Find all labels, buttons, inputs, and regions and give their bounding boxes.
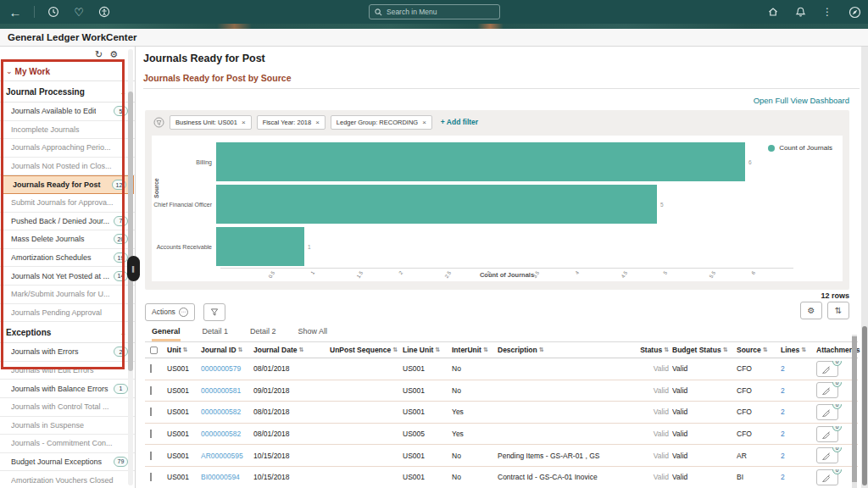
bar[interactable] <box>216 185 657 224</box>
journal-id-link[interactable]: BI00000594 <box>201 473 240 481</box>
lines-link[interactable]: 2 <box>781 386 785 395</box>
attachments-button[interactable]: 0 <box>816 447 838 463</box>
table-scrollbar[interactable] <box>852 335 857 488</box>
bar[interactable] <box>216 227 304 266</box>
column-header-source[interactable]: Source⇅ <box>737 346 781 354</box>
sidebar-item[interactable]: Journals with Balance Errors1 <box>0 380 135 398</box>
back-icon[interactable]: ← <box>8 5 22 19</box>
lines-link[interactable]: 2 <box>781 430 785 438</box>
tab-detail-2[interactable]: Detail 2 <box>250 327 276 341</box>
grid-settings-button[interactable]: ⚙ <box>800 302 822 319</box>
tab-show-all[interactable]: Show All <box>298 327 328 341</box>
sidebar-item[interactable]: Journals with Control Total ... <box>0 398 135 417</box>
column-header-unpost-sequence[interactable]: UnPost Sequence⇅ <box>330 346 403 354</box>
filter-chip[interactable]: Fiscal Year: 2018× <box>257 115 326 130</box>
tab-detail-1[interactable]: Detail 1 <box>203 327 229 341</box>
journal-id-link[interactable]: AR00000595 <box>201 452 243 460</box>
sort-icon[interactable]: ⇅ <box>763 347 768 353</box>
select-all-checkbox[interactable] <box>150 347 158 354</box>
sidebar-scrollbar-thumb[interactable] <box>128 92 133 371</box>
recents-clock-icon[interactable] <box>47 5 60 19</box>
sort-icon[interactable]: ⇅ <box>483 347 488 353</box>
lines-link[interactable]: 2 <box>781 408 785 416</box>
sidebar-item[interactable]: Mass Delete Journals20 <box>0 230 135 249</box>
sort-icon[interactable]: ⇅ <box>238 347 243 353</box>
sidebar-item[interactable]: Journals Available to Edit5 <box>0 103 135 121</box>
row-checkbox[interactable] <box>150 408 152 416</box>
attachments-button[interactable]: 0 <box>816 426 838 442</box>
remove-filter-icon[interactable]: × <box>242 119 246 126</box>
attachments-button[interactable]: 0 <box>816 469 838 485</box>
filter-chip[interactable]: Ledger Group: RECORDING× <box>331 115 432 130</box>
lines-link[interactable]: 2 <box>781 364 785 373</box>
journal-id-link[interactable]: 0000000582 <box>201 430 241 438</box>
column-header-budget-status[interactable]: Budget Status⇅ <box>672 346 737 354</box>
remove-filter-icon[interactable]: × <box>315 119 320 126</box>
sidebar-item[interactable]: Budget Journal Exceptions79 <box>0 453 135 472</box>
sidebar-item[interactable]: Journals Pending Approval <box>0 304 135 323</box>
sidebar-item[interactable]: Journals with Errors2 <box>0 343 135 362</box>
actions-button[interactable]: Actions ⋯ <box>145 303 195 321</box>
page-scrollbar[interactable] <box>861 47 868 488</box>
attachments-button[interactable]: 0 <box>816 404 838 420</box>
sidebar-item[interactable]: Journals Approaching Perio... <box>0 139 135 158</box>
grid-filter-button[interactable] <box>203 303 225 321</box>
sidebar-item[interactable]: Journals Ready for Post12 <box>1 175 134 194</box>
sidebar-item[interactable]: Pushed Back / Denied Jour...7 <box>0 213 135 231</box>
accessibility-icon[interactable] <box>97 5 111 19</box>
column-header-description[interactable]: Description⇅ <box>498 346 633 354</box>
row-checkbox[interactable] <box>150 430 152 438</box>
sort-icon[interactable]: ⇅ <box>801 347 806 353</box>
navbar-compass-icon[interactable] <box>848 5 861 19</box>
lines-link[interactable]: 2 <box>781 473 785 481</box>
sidebar-section-header[interactable]: Exceptions⌄ <box>0 322 135 343</box>
search-input[interactable]: Search in Menu <box>369 4 500 19</box>
sidebar-item[interactable]: Journals - Commitment Con... <box>0 435 135 453</box>
add-filter-button[interactable]: + Add filter <box>441 118 478 126</box>
sidebar-item[interactable]: Amortization Schedules19 <box>0 249 135 268</box>
sort-icon[interactable]: ⇅ <box>183 347 188 353</box>
gear-icon[interactable]: ⚙ <box>109 50 118 59</box>
journal-id-link[interactable]: 0000000581 <box>201 386 241 395</box>
row-checkbox[interactable] <box>150 473 152 481</box>
row-checkbox[interactable] <box>150 364 152 373</box>
remove-filter-icon[interactable]: × <box>422 119 426 126</box>
sidebar-item[interactable]: Journals Not Posted in Clos... <box>0 158 135 176</box>
column-header-journal-id[interactable]: Journal ID⇅ <box>201 346 253 354</box>
tab-general[interactable]: General <box>152 327 181 341</box>
sidebar-item[interactable]: Incomplete Journals <box>0 121 135 140</box>
sort-icon[interactable]: ⇅ <box>392 347 398 353</box>
column-header-status[interactable]: Status⇅ <box>633 346 672 354</box>
attachments-button[interactable]: 0 <box>816 361 838 377</box>
column-header-interunit[interactable]: InterUnit⇅ <box>452 346 498 354</box>
home-icon[interactable] <box>766 5 780 19</box>
row-checkbox[interactable] <box>150 452 152 460</box>
filter-funnel-icon[interactable] <box>153 117 164 128</box>
favorites-heart-icon[interactable]: ♡ <box>72 5 86 19</box>
column-header-lines[interactable]: Lines⇅ <box>781 346 816 354</box>
sidebar-item[interactable]: Journals in Suspense <box>0 417 135 435</box>
column-header-unit[interactable]: Unit⇅ <box>167 346 201 354</box>
sidebar-item[interactable]: Journals Not Yet Posted at ...14 <box>0 267 135 286</box>
bar[interactable] <box>216 142 745 181</box>
sort-icon[interactable]: ⇅ <box>664 347 669 353</box>
sidebar-item[interactable]: Submit Journals for Approva... <box>0 194 135 213</box>
notifications-bell-icon[interactable] <box>793 5 807 19</box>
refresh-icon[interactable]: ↻ <box>95 50 103 59</box>
sort-icon[interactable]: ⇅ <box>723 347 728 353</box>
sidebar-item[interactable]: Mark/Submit Journals for U... <box>0 286 135 304</box>
open-full-view-dashboard-link[interactable]: Open Full View Dashboard <box>754 96 849 105</box>
sort-icon[interactable]: ⇅ <box>435 347 440 353</box>
sidebar-item[interactable]: Journals with Edit Errors <box>0 362 135 380</box>
sidebar-collapse-handle[interactable]: ∥ <box>127 256 140 281</box>
column-header-line-unit[interactable]: Line Unit⇅ <box>403 346 452 354</box>
filter-chip[interactable]: Business Unit: US001× <box>170 115 252 130</box>
column-header-journal-date[interactable]: Journal Date⇅ <box>253 346 330 354</box>
page-scrollbar-thumb[interactable] <box>862 326 867 485</box>
attachments-button[interactable]: 0 <box>816 382 838 398</box>
sidebar-my-work-header[interactable]: ⌄My Work <box>0 63 135 81</box>
lines-link[interactable]: 2 <box>781 452 785 460</box>
sort-icon[interactable]: ⇅ <box>299 347 304 353</box>
journal-id-link[interactable]: 0000000582 <box>201 408 241 416</box>
sidebar-section-header[interactable]: Journal Processing⌄ <box>0 81 135 103</box>
